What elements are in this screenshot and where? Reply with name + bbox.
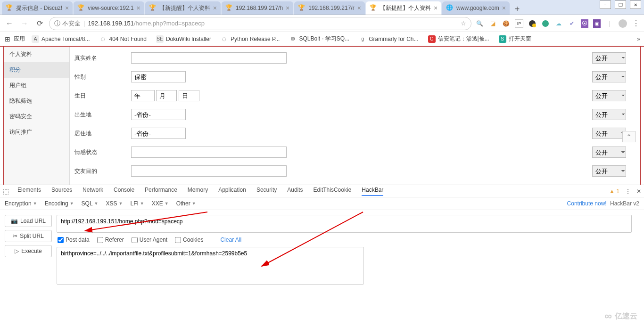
hackbar-menu-sql[interactable]: SQL ▼	[82, 200, 99, 207]
ext-cloud-icon[interactable]: ☁	[554, 19, 563, 28]
useragent-checkbox[interactable]: User Agent	[132, 236, 167, 243]
select-3[interactable]: -省份-	[131, 109, 186, 120]
execute-button[interactable]: ▷Execute	[5, 245, 52, 257]
forward-button[interactable]: →	[19, 18, 30, 29]
hackbar-menu-lfi[interactable]: LFI ▼	[130, 200, 144, 207]
minimize-button[interactable]: −	[600, 0, 611, 9]
tab-close-icon[interactable]: ×	[286, 4, 289, 12]
bookmark-3[interactable]: ◌Python Release P...	[221, 35, 280, 43]
devtools-warning-count[interactable]: ▲ 1	[609, 188, 619, 195]
bookmarks-overflow-icon[interactable]: »	[637, 36, 640, 42]
sidebar-item-3[interactable]: 隐私筛选	[4, 93, 69, 109]
privacy-select-2[interactable]: 公开	[592, 90, 626, 101]
browser-tab-3[interactable]: 🏆192.168.199.217/h×	[222, 1, 293, 15]
devtools-close-icon[interactable]: ✕	[636, 188, 641, 195]
clear-all-link[interactable]: Clear All	[220, 236, 241, 243]
bookmark-0[interactable]: AApache Tomcat/8...	[32, 35, 90, 43]
browser-tab-4[interactable]: 🏆192.168.199.217/r×	[294, 1, 365, 15]
sidebar-item-2[interactable]: 用户组	[4, 78, 69, 93]
browser-tab-0[interactable]: 🏆提示信息 - Discuz!×	[2, 1, 73, 15]
ext-green-icon[interactable]	[541, 19, 550, 28]
tab-close-icon[interactable]: ×	[65, 4, 69, 12]
privacy-select-0[interactable]: 公开	[592, 52, 626, 64]
tab-close-icon[interactable]: ×	[213, 4, 217, 12]
sidebar-item-0[interactable]: 个人资料	[4, 47, 69, 62]
bookmark-6[interactable]: C信安笔记：渗透|被...	[428, 35, 489, 43]
month-select[interactable]: 月	[156, 90, 177, 101]
sidebar-item-4[interactable]: 密码安全	[4, 109, 69, 124]
privacy-select-4[interactable]: 公开	[592, 128, 626, 139]
load-url-button[interactable]: 📷Load URL	[5, 215, 52, 227]
cookies-checkbox[interactable]: Cookies	[175, 236, 203, 243]
devtools-tab-hackbar[interactable]: HackBar	[362, 187, 383, 196]
postdata-checkbox[interactable]: Post data	[58, 236, 90, 243]
input-6[interactable]	[131, 165, 287, 177]
select-4[interactable]: -省份-	[131, 128, 186, 139]
referer-checkbox[interactable]: Referer	[97, 236, 124, 243]
browser-menu-icon[interactable]: ⋮	[632, 19, 640, 28]
devtools-tab-audits[interactable]: Audits	[287, 187, 303, 196]
hackbar-url-input[interactable]	[57, 215, 632, 233]
devtools-tab-sources[interactable]: Sources	[51, 187, 72, 196]
bookmark-star-icon[interactable]: ☆	[461, 20, 466, 27]
devtools-tab-performance[interactable]: Performance	[145, 187, 177, 196]
devtools-tab-editthiscookie[interactable]: EditThisCookie	[314, 187, 352, 196]
devtools-tab-console[interactable]: Console	[114, 187, 134, 196]
bookmark-1[interactable]: ◌404 Not Found	[99, 35, 147, 43]
tab-close-icon[interactable]: ×	[434, 4, 438, 12]
ext-wapp-icon[interactable]	[528, 19, 537, 28]
hackbar-menu-xxe[interactable]: XXE ▼	[152, 200, 169, 207]
ext-pocket-icon[interactable]: ◪	[488, 19, 497, 28]
inspect-icon[interactable]: ⬚	[3, 187, 9, 195]
bookmark-2[interactable]: SEDokuWiki Installer	[156, 35, 211, 43]
profile-avatar-icon[interactable]	[619, 19, 627, 28]
browser-tab-2[interactable]: 🏆【新提醒】个人资料×	[145, 1, 221, 15]
ext-ip-icon[interactable]: IP	[515, 19, 523, 28]
day-select[interactable]: 日	[179, 90, 199, 101]
devtools-menu-icon[interactable]: ⋮	[625, 188, 631, 195]
hackbar-menu-other[interactable]: Other ▼	[176, 200, 196, 207]
browser-tab-1[interactable]: 🏆view-source:192.1×	[74, 1, 144, 15]
devtools-tab-application[interactable]: Application	[218, 187, 246, 196]
browser-tab-5[interactable]: 🏆【新提醒】个人资料×	[366, 1, 441, 15]
privacy-select-3[interactable]: 公开	[592, 109, 626, 120]
input-5[interactable]	[131, 147, 287, 158]
ext-search-icon[interactable]: 🔍	[475, 19, 484, 28]
contribute-link[interactable]: Contribute now!	[567, 200, 607, 207]
scroll-top-button[interactable]: ⌃	[622, 131, 636, 142]
input-0[interactable]	[131, 52, 287, 64]
ext-cookie-icon[interactable]: 🍪	[502, 19, 510, 28]
apps-shortcut[interactable]: ⊞ 应用	[4, 35, 25, 43]
tab-close-icon[interactable]: ×	[357, 4, 361, 12]
close-button[interactable]: ✕	[630, 0, 641, 9]
maximize-button[interactable]: ❐	[615, 0, 626, 9]
tab-close-icon[interactable]: ×	[137, 4, 140, 12]
privacy-select-5[interactable]: 公开	[592, 147, 626, 158]
hackbar-menu-encryption[interactable]: Encryption ▼	[5, 200, 37, 207]
devtools-tab-memory[interactable]: Memory	[188, 187, 208, 196]
browser-tab-6[interactable]: 🌐www.google.com×	[442, 1, 510, 15]
year-select[interactable]: 年	[131, 90, 155, 101]
new-tab-button[interactable]: +	[511, 3, 524, 15]
devtools-tab-network[interactable]: Network	[83, 187, 103, 196]
sidebar-item-1[interactable]: 积分	[4, 62, 69, 78]
bookmark-7[interactable]: S打开天窗	[499, 35, 531, 43]
omnibox[interactable]: ⓘ 不安全 | 192.168.199.151 /home.php?mod=sp…	[49, 17, 471, 30]
hackbar-postdata-input[interactable]	[57, 247, 364, 285]
select-1[interactable]: 保密	[131, 71, 186, 82]
ext-purple2-icon[interactable]: ◉	[593, 19, 601, 28]
reload-button[interactable]: ⟳	[34, 18, 45, 29]
back-button[interactable]: ←	[4, 18, 15, 29]
privacy-select-6[interactable]: 公开	[592, 165, 626, 177]
hackbar-menu-xss[interactable]: XSS ▼	[106, 200, 123, 207]
tab-close-icon[interactable]: ×	[502, 4, 506, 12]
bookmark-5[interactable]: gGrammarly for Ch...	[359, 35, 418, 43]
ext-bird-icon[interactable]: ✔	[568, 19, 576, 28]
devtools-tab-elements[interactable]: Elements	[17, 187, 41, 196]
hackbar-menu-encoding[interactable]: Encoding ▼	[45, 200, 74, 207]
bookmark-4[interactable]: ⛃SQLBolt - 学习SQ...	[289, 35, 349, 43]
devtools-tab-security[interactable]: Security	[256, 187, 277, 196]
sidebar-item-5[interactable]: 访问推广	[4, 124, 69, 140]
ext-purple1-icon[interactable]: ⦿	[581, 19, 588, 28]
privacy-select-1[interactable]: 公开	[592, 71, 626, 82]
